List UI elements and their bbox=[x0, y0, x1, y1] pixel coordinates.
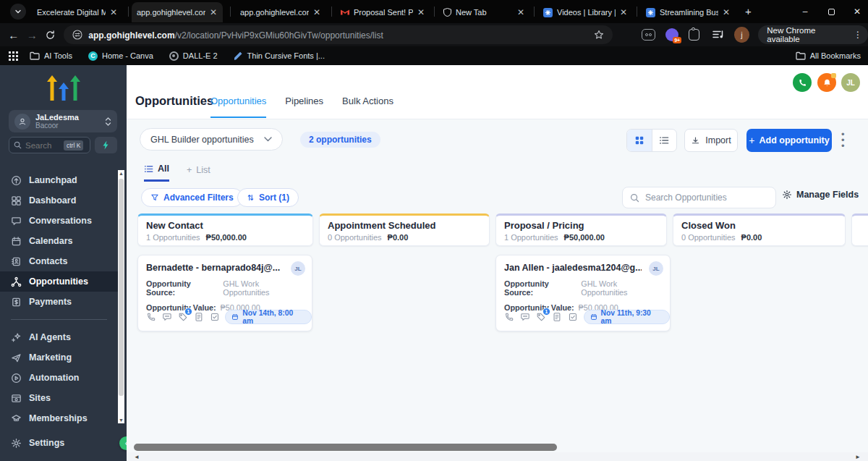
bookmark-item[interactable]: DALL-E 2 bbox=[169, 51, 218, 61]
tab-close-icon[interactable]: ✕ bbox=[313, 7, 320, 17]
opportunities-search-input[interactable] bbox=[645, 193, 761, 203]
browser-tab[interactable]: Videos | Library | Loo✕ bbox=[538, 2, 632, 22]
opportunity-card[interactable]: Bernadette - bernaprado84j@... JL Opport… bbox=[137, 255, 312, 331]
media-controls-icon[interactable] bbox=[712, 30, 724, 40]
bookmark-item[interactable]: AI Tools bbox=[30, 51, 72, 60]
tab-close-icon[interactable]: ✕ bbox=[110, 7, 117, 17]
column-header-closed-won[interactable]: Closed Won 0 Opportunities₱0.00 bbox=[673, 213, 846, 246]
column-header-proposal-pricing[interactable]: Proposal / Pricing 1 Opportunities₱50,00… bbox=[495, 213, 667, 246]
tab-close-icon[interactable]: ✕ bbox=[723, 7, 730, 17]
account-switcher[interactable]: JaLedesma Bacoor bbox=[9, 110, 117, 132]
sidebar-item-opportunities[interactable]: Opportunities bbox=[0, 271, 118, 292]
sidebar-item-ai-agents[interactable]: AI Agents bbox=[0, 327, 118, 347]
column-header-appointment-scheduled[interactable]: Appointment Scheduled 0 Opportunities₱0.… bbox=[319, 213, 490, 246]
call-icon[interactable] bbox=[504, 312, 514, 322]
sidebar-search[interactable]: ctrl K bbox=[9, 137, 90, 153]
browser-tab[interactable]: app.gohighlevel.com✕ bbox=[132, 2, 223, 22]
subtab-add-list[interactable]: + List bbox=[187, 164, 210, 182]
maximize-button[interactable] bbox=[819, 0, 843, 23]
tab-opportunities[interactable]: Opportunities bbox=[210, 96, 266, 118]
sidebar-item-contacts[interactable]: Contacts bbox=[0, 251, 118, 271]
extension-badge-icon[interactable]: 9+ bbox=[665, 28, 678, 41]
scroll-down-arrow[interactable]: ▼ bbox=[118, 418, 124, 423]
profile-avatar[interactable]: j bbox=[734, 27, 750, 43]
tab-search-button[interactable] bbox=[10, 4, 26, 20]
all-bookmarks-button[interactable]: All Bookmarks bbox=[796, 51, 861, 60]
sidebar-item-automation[interactable]: Automation bbox=[0, 368, 118, 388]
back-button[interactable]: ← bbox=[4, 25, 22, 44]
extension-journeys-icon[interactable] bbox=[689, 29, 699, 41]
tab-close-icon[interactable]: ✕ bbox=[210, 7, 217, 17]
tasks-icon[interactable] bbox=[568, 312, 578, 322]
browser-tab[interactable]: app.gohighlevel.com✕ bbox=[235, 2, 326, 22]
browser-menu-icon[interactable]: ⋮ bbox=[854, 33, 862, 36]
tab-close-icon[interactable]: ✕ bbox=[517, 7, 524, 17]
plus-icon: + bbox=[749, 135, 754, 146]
browser-tab[interactable]: Excelerate Digital Ma✕ bbox=[32, 2, 126, 22]
reload-button[interactable] bbox=[41, 25, 59, 44]
chrome-update-pill[interactable]: New Chrome available ⋮ bbox=[758, 25, 868, 44]
notifications-button[interactable] bbox=[817, 73, 836, 92]
sort-button[interactable]: Sort (1) bbox=[237, 188, 299, 207]
browser-toolbar: ← → app.gohighlevel.com/v2/location/PvHv… bbox=[0, 23, 868, 46]
sidebar-scrollbar[interactable]: ▲ ▼ bbox=[118, 170, 124, 423]
call-icon[interactable] bbox=[146, 312, 156, 322]
pipeline-selector[interactable]: GHL Builder opportunities bbox=[140, 128, 283, 151]
browser-tab[interactable]: Proposal Sent! Pleas✕ bbox=[336, 2, 430, 22]
bookmark-star-icon[interactable] bbox=[594, 30, 604, 40]
scrollbar-thumb[interactable] bbox=[119, 179, 124, 396]
sidebar-item-sites[interactable]: Sites bbox=[0, 388, 118, 408]
tab-pipelines[interactable]: Pipelines bbox=[285, 96, 323, 118]
quick-actions-button[interactable] bbox=[95, 137, 117, 153]
bookmark-item[interactable]: C Home - Canva bbox=[88, 51, 153, 61]
advanced-filters-button[interactable]: Advanced Filters bbox=[141, 188, 243, 207]
sidebar-item-calendars[interactable]: Calendars bbox=[0, 231, 118, 251]
list-view-button[interactable] bbox=[652, 130, 677, 151]
new-tab-button[interactable]: + bbox=[745, 5, 752, 17]
close-window-button[interactable]: ✕ bbox=[845, 0, 868, 23]
tasks-icon[interactable] bbox=[210, 312, 220, 322]
column-header-new-contact[interactable]: New Contact 1 Opportunities₱50,000.00 bbox=[137, 213, 313, 246]
opportunity-card[interactable]: Jan Allen - jaaledesma1204@g... JL Oppor… bbox=[495, 255, 671, 331]
message-icon[interactable] bbox=[162, 312, 172, 322]
minimize-button[interactable]: – bbox=[793, 0, 817, 23]
browser-tab[interactable]: New Tab✕ bbox=[438, 2, 529, 22]
message-icon[interactable] bbox=[520, 312, 530, 322]
tab-close-icon[interactable]: ✕ bbox=[417, 7, 425, 17]
scroll-up-arrow[interactable]: ▲ bbox=[118, 171, 124, 176]
notes-icon[interactable] bbox=[552, 312, 562, 322]
sidebar-item-marketing[interactable]: Marketing bbox=[0, 347, 118, 368]
tab-bulk-actions[interactable]: Bulk Actions bbox=[342, 96, 393, 118]
sidebar-item-payments[interactable]: Payments bbox=[0, 292, 118, 312]
browser-tab[interactable]: Streamlining Busines✕ bbox=[641, 2, 735, 22]
sidebar-item-launchpad[interactable]: Launchpad bbox=[0, 170, 118, 190]
add-opportunity-button[interactable]: + Add opportunity bbox=[746, 129, 832, 152]
appointment-date-pill[interactable]: Nov 11th, 9:30 am bbox=[584, 310, 670, 324]
extension-capture-icon[interactable] bbox=[642, 29, 656, 41]
bookmark-item[interactable]: Thin Cursive Fonts |... bbox=[234, 51, 325, 61]
horizontal-scrollbar-track[interactable]: ◄ ► bbox=[127, 452, 868, 461]
address-bar[interactable]: app.gohighlevel.com/v2/location/PvHviP9x… bbox=[64, 25, 613, 44]
manage-fields-button[interactable]: Manage Fields bbox=[782, 190, 859, 200]
horizontal-scrollbar-thumb[interactable] bbox=[134, 444, 557, 451]
phone-button[interactable] bbox=[793, 73, 812, 92]
sidebar-item-conversations[interactable]: Conversations bbox=[0, 211, 118, 231]
sidebar-item-dashboard[interactable]: Dashboard bbox=[0, 190, 118, 211]
grid-view-button[interactable] bbox=[627, 130, 652, 151]
more-options-button[interactable]: ••• bbox=[841, 132, 845, 149]
subtab-all[interactable]: All bbox=[144, 164, 169, 182]
tab-close-icon[interactable]: ✕ bbox=[620, 7, 627, 17]
sidebar-search-input[interactable] bbox=[25, 141, 60, 150]
scroll-right-arrow[interactable]: ► bbox=[855, 454, 861, 460]
forward-button[interactable]: → bbox=[22, 25, 41, 44]
import-button[interactable]: Import bbox=[684, 129, 738, 152]
notes-icon[interactable] bbox=[194, 312, 204, 322]
user-avatar[interactable]: JL bbox=[841, 73, 860, 92]
apps-grid-icon[interactable] bbox=[9, 51, 18, 61]
appointment-date-pill[interactable]: Nov 14th, 8:00 am bbox=[225, 310, 312, 324]
sidebar-item-settings[interactable]: Settings bbox=[0, 433, 118, 453]
scroll-left-arrow[interactable]: ◄ bbox=[134, 454, 140, 460]
sidebar-item-memberships[interactable]: Memberships bbox=[0, 408, 118, 423]
opportunities-search[interactable] bbox=[622, 187, 776, 208]
appointment-date: Nov 11th, 9:30 am bbox=[601, 309, 663, 325]
